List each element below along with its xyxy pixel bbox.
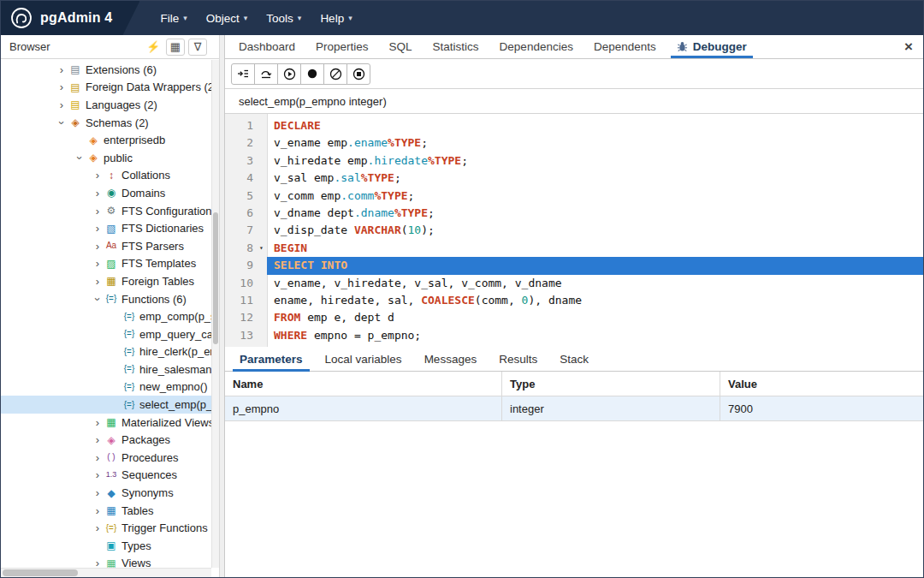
code-line-6[interactable]: 6v_dname dept.dname%TYPE;: [225, 205, 923, 222]
tab-dependencies[interactable]: Dependencies: [489, 35, 583, 58]
line-number[interactable]: 9: [225, 257, 256, 274]
menu-tools[interactable]: Tools▾: [258, 7, 310, 30]
tree-item-types[interactable]: ▣Types: [1, 537, 219, 555]
menu-help[interactable]: Help▾: [311, 7, 360, 30]
tree-item-functions-6[interactable]: ›{=}Functions (6): [1, 290, 219, 308]
expand-caret-icon[interactable]: ›: [92, 487, 104, 498]
tree-item-fts-configurations[interactable]: ›⚙FTS Configurations: [1, 202, 219, 220]
expand-caret-icon[interactable]: ›: [92, 452, 104, 463]
line-number[interactable]: 10: [225, 275, 256, 292]
tree-item-hire-clerk-p-enar[interactable]: {=}hire_clerk(p_enar: [1, 343, 219, 361]
line-number[interactable]: 2: [225, 134, 256, 152]
tab-statistics[interactable]: Statistics: [423, 35, 489, 58]
menu-file[interactable]: File▾: [151, 7, 195, 30]
code-line-3[interactable]: 3v_hiredate emp.hiredate%TYPE;: [225, 152, 923, 170]
code-line-7[interactable]: 7v_disp_date VARCHAR(10);: [225, 222, 923, 239]
tab-dependents[interactable]: Dependents: [583, 35, 666, 58]
tree-item-tables[interactable]: ›▦Tables: [1, 502, 219, 520]
tree-item-fts-parsers[interactable]: ›AaFTS Parsers: [1, 237, 219, 255]
code-line-4[interactable]: 4v_sal emp.sal%TYPE;: [225, 170, 923, 187]
filter-icon[interactable]: ∇: [188, 39, 207, 56]
tree-item-trigger-functions[interactable]: ›{=}Trigger Functions: [1, 519, 219, 537]
expand-caret-icon[interactable]: ›: [92, 206, 104, 217]
line-number[interactable]: 13: [225, 327, 256, 344]
code-line-9[interactable]: 9SELECT INTO: [225, 257, 923, 274]
expand-caret-icon[interactable]: ›: [92, 417, 104, 428]
menu-object[interactable]: Object▾: [198, 7, 257, 30]
step-into-button[interactable]: [231, 63, 255, 85]
expand-caret-icon[interactable]: ›: [92, 241, 104, 252]
line-number[interactable]: 6: [225, 205, 256, 222]
scrollbar-thumb[interactable]: [213, 212, 218, 344]
line-number[interactable]: 8: [225, 240, 256, 257]
tree-item-packages[interactable]: ›◈Packages: [1, 431, 219, 449]
tree-item-procedures[interactable]: ›( )Procedures: [1, 449, 219, 467]
tree-item-foreign-data-wrappers-2[interactable]: ›▤Foreign Data Wrappers (2): [1, 79, 219, 97]
tree-item-domains[interactable]: ›◉Domains: [1, 184, 219, 202]
tree-item-hire-salesman-p[interactable]: {=}hire_salesman(p: [1, 361, 219, 378]
close-icon[interactable]: ×: [904, 39, 913, 54]
tree-item-fts-templates[interactable]: ›▨FTS Templates: [1, 255, 219, 273]
expand-caret-icon[interactable]: ›: [56, 64, 68, 75]
tree-item-schemas-2[interactable]: ›◈Schemas (2): [1, 114, 219, 132]
tab-debugger[interactable]: Debugger: [666, 35, 757, 58]
code-line-13[interactable]: 13WHERE empno = p_empno;: [225, 327, 923, 344]
expand-caret-icon[interactable]: ›: [92, 469, 104, 480]
fold-marker-icon[interactable]: ▾: [256, 240, 267, 257]
tree-item-new-empno[interactable]: {=}new_empno(): [1, 378, 219, 396]
tree-horizontal-scrollbar[interactable]: [1, 568, 211, 577]
tree-item-extensions-6[interactable]: ›▤Extensions (6): [1, 61, 219, 79]
expand-caret-icon[interactable]: ›: [92, 434, 104, 445]
code-line-12[interactable]: 12FROM emp e, dept d: [225, 309, 923, 326]
collapse-caret-icon[interactable]: ›: [74, 152, 86, 164]
expand-caret-icon[interactable]: ›: [92, 170, 104, 181]
tree-item-materialized-views[interactable]: ›▦Materialized Views: [1, 414, 219, 432]
tab-dashboard[interactable]: Dashboard: [228, 35, 305, 58]
code-line-5[interactable]: 5v_comm emp.comm%TYPE;: [225, 188, 923, 205]
tab-local-variables[interactable]: Local variables: [314, 347, 413, 371]
collapse-caret-icon[interactable]: ›: [56, 116, 68, 128]
expand-caret-icon[interactable]: ›: [56, 99, 68, 110]
expand-caret-icon[interactable]: ›: [56, 81, 68, 92]
line-number[interactable]: 5: [225, 188, 256, 205]
tree-item-collations[interactable]: ›↕Collations: [1, 167, 219, 185]
grid-row[interactable]: p_empnointeger7900: [225, 396, 923, 421]
line-number[interactable]: 11: [225, 292, 256, 309]
line-number[interactable]: 3: [225, 152, 256, 170]
line-number[interactable]: 12: [225, 309, 256, 326]
line-number[interactable]: 7: [225, 222, 256, 239]
tree-vertical-scrollbar[interactable]: [211, 60, 219, 568]
tab-parameters[interactable]: Parameters: [228, 347, 314, 371]
expand-caret-icon[interactable]: ›: [92, 258, 104, 269]
code-line-1[interactable]: 1DECLARE: [225, 117, 923, 134]
code-line-10[interactable]: 10v_ename, v_hiredate, v_sal, v_comm, v_…: [225, 275, 923, 292]
tab-messages[interactable]: Messages: [413, 347, 489, 371]
tree-item-enterprisedb[interactable]: ◈enterprisedb: [1, 131, 219, 149]
tree-item-languages-2[interactable]: ›▤Languages (2): [1, 96, 219, 114]
code-line-11[interactable]: 11ename, hiredate, sal, COALESCE(comm, 0…: [225, 292, 923, 309]
code-line-2[interactable]: 2v_ename emp.ename%TYPE;: [225, 134, 923, 152]
tab-properties[interactable]: Properties: [305, 35, 379, 58]
tree-item-emp-comp-p-sa[interactable]: {=}emp_comp(p_sa: [1, 307, 219, 325]
tree-item-emp-query-calle[interactable]: {=}emp_query_calle: [1, 325, 219, 343]
scrollbar-thumb[interactable]: [3, 569, 78, 576]
tree-item-synonyms[interactable]: ›◆Synonyms: [1, 484, 219, 502]
expand-caret-icon[interactable]: ›: [92, 223, 104, 234]
continue-button[interactable]: [277, 63, 301, 85]
tree-item-sequences[interactable]: ›1.3Sequences: [1, 467, 219, 485]
tree-item-select-emp-p-en[interactable]: {=}select_emp(p_en: [1, 396, 219, 414]
step-over-button[interactable]: [254, 63, 278, 85]
expand-caret-icon[interactable]: ›: [92, 505, 104, 516]
toggle-breakpoint-button[interactable]: [300, 63, 324, 85]
code-line-8[interactable]: 8▾BEGIN: [225, 240, 923, 257]
tab-sql[interactable]: SQL: [379, 35, 423, 58]
tree-item-fts-dictionaries[interactable]: ›▧FTS Dictionaries: [1, 219, 219, 237]
grid-view-icon[interactable]: ▦: [166, 39, 185, 56]
expand-caret-icon[interactable]: ›: [92, 188, 104, 199]
tree-item-foreign-tables[interactable]: ›▦Foreign Tables: [1, 272, 219, 290]
panel-splitter[interactable]: [219, 35, 225, 577]
line-number[interactable]: 4: [225, 170, 256, 187]
tab-results[interactable]: Results: [488, 347, 548, 371]
stop-button[interactable]: [346, 63, 370, 85]
expand-caret-icon[interactable]: ›: [92, 276, 104, 287]
